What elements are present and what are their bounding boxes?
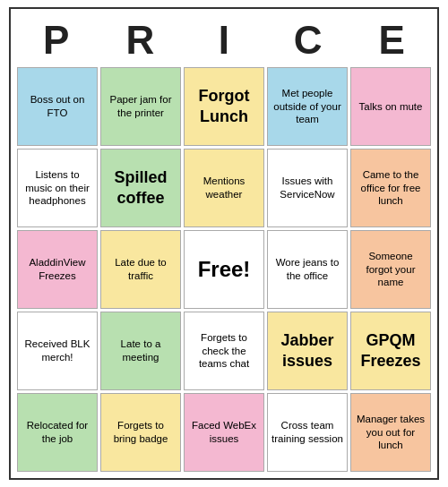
- bingo-cell-21[interactable]: Forgets to bring badge: [100, 393, 181, 472]
- bingo-cell-16[interactable]: Late to a meeting: [100, 312, 181, 390]
- bingo-cell-11[interactable]: Late due to traffic: [100, 230, 181, 309]
- bingo-cell-1[interactable]: Paper jam for the printer: [100, 67, 181, 146]
- bingo-cell-12[interactable]: Free!: [184, 230, 264, 309]
- bingo-cell-2[interactable]: Forgot Lunch: [184, 67, 264, 146]
- bingo-cell-5[interactable]: Listens to music on their headphones: [17, 149, 98, 227]
- bingo-cell-24[interactable]: Manager takes you out for lunch: [350, 393, 431, 472]
- bingo-cell-9[interactable]: Came to the office for free lunch: [350, 149, 431, 227]
- bingo-cell-4[interactable]: Talks on mute: [350, 67, 431, 146]
- header-letter: E: [352, 18, 431, 63]
- bingo-cell-7[interactable]: Mentions weather: [184, 149, 264, 227]
- bingo-cell-14[interactable]: Someone forgot your name: [350, 230, 431, 309]
- bingo-cell-8[interactable]: Issues with ServiceNow: [267, 149, 348, 227]
- bingo-grid: Boss out on FTOPaper jam for the printer…: [14, 64, 434, 474]
- bingo-cell-0[interactable]: Boss out on FTO: [17, 67, 98, 146]
- bingo-cell-15[interactable]: Received BLK merch!: [17, 312, 98, 390]
- bingo-cell-3[interactable]: Met people outside of your team: [267, 67, 348, 146]
- bingo-cell-23[interactable]: Cross team training session: [267, 393, 348, 472]
- header-letter: R: [100, 18, 179, 63]
- bingo-card: PRICE Boss out on FTOPaper jam for the p…: [9, 7, 439, 480]
- bingo-cell-18[interactable]: Jabber issues: [267, 312, 348, 390]
- bingo-cell-10[interactable]: AladdinView Freezes: [17, 230, 98, 309]
- bingo-header: PRICE: [14, 13, 434, 64]
- header-letter: C: [269, 18, 348, 63]
- bingo-cell-19[interactable]: GPQM Freezes: [350, 312, 431, 390]
- header-letter: P: [17, 18, 96, 63]
- bingo-cell-13[interactable]: Wore jeans to the office: [267, 230, 348, 309]
- bingo-cell-22[interactable]: Faced WebEx issues: [184, 393, 264, 472]
- bingo-cell-6[interactable]: Spilled coffee: [100, 149, 181, 227]
- bingo-cell-17[interactable]: Forgets to check the teams chat: [184, 312, 264, 390]
- bingo-cell-20[interactable]: Relocated for the job: [17, 393, 98, 472]
- header-letter: I: [185, 18, 263, 63]
